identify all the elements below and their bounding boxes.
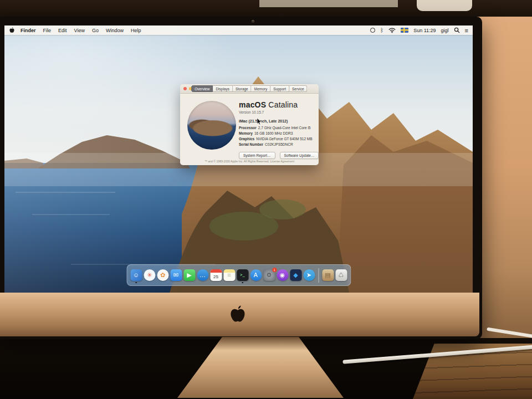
dock-separator (318, 268, 319, 283)
spec-processor: Processor2,7 GHz Quad-Core Intel Core i5 (239, 125, 316, 131)
os-name-bold: macOS (239, 100, 266, 109)
imac-screen: FinderFileEditViewGoWindowHelp ᛒ Sun 11:… (4, 25, 473, 293)
notification-badge: 1 (272, 268, 277, 272)
menu-edit[interactable]: Edit (58, 28, 67, 33)
menu-extra-icon[interactable] (370, 27, 375, 34)
about-this-mac-window: OverviewDisplaysStorageMemorySupportServ… (180, 84, 319, 165)
mouse-cursor (257, 117, 262, 127)
trash-icon[interactable]: ♺ (335, 269, 347, 281)
about-tabs: OverviewDisplaysStorageMemorySupportServ… (191, 85, 307, 92)
menu-help[interactable]: Help (131, 28, 141, 33)
spec-list: Processor2,7 GHz Quad-Core Intel Core i5… (239, 125, 316, 147)
about-overview-panel: macOS Catalina Version 10.15.7 iMac (21.… (180, 94, 319, 165)
system-report-button[interactable]: System Report… (239, 152, 275, 159)
menu-bar-clock[interactable]: Sun 11:29 (413, 28, 436, 33)
menu-go[interactable]: Go (92, 28, 99, 33)
os-name-light: Catalina (268, 100, 298, 109)
tab-displays[interactable]: Displays (213, 85, 233, 92)
spec-memory: Memory16 GB 1600 MHz DDR3 (239, 131, 316, 136)
dock: ☺✳✿✉▶…25≡>_A⚙1◉◆➤▤♺ (126, 264, 351, 286)
podcasts-icon[interactable]: ◉ (277, 269, 288, 281)
finder-icon[interactable]: ☺ (130, 269, 142, 281)
menu-window[interactable]: Window (106, 28, 124, 33)
menu-items: FinderFileEditViewGoWindowHelp (21, 28, 141, 33)
downloads-folder-icon[interactable]: ▤ (322, 269, 334, 281)
apple-logo (228, 303, 247, 325)
photos-icon[interactable]: ✿ (157, 269, 168, 281)
os-title: macOS Catalina (239, 100, 316, 109)
running-indicator (135, 282, 137, 284)
window-titlebar[interactable]: OverviewDisplaysStorageMemorySupportServ… (180, 84, 319, 94)
menu-bar: FinderFileEditViewGoWindowHelp ᛒ Sun 11:… (4, 25, 473, 35)
running-indicator (242, 282, 243, 284)
about-buttons: System Report… Software Update… (239, 152, 316, 159)
safari-icon[interactable]: ✳ (144, 269, 155, 281)
tab-service[interactable]: Service (289, 85, 308, 92)
apple-menu-icon[interactable] (9, 27, 15, 34)
spotlight-search-icon[interactable] (454, 27, 460, 34)
vscode-icon[interactable]: ◆ (290, 269, 301, 281)
tab-memory[interactable]: Memory (252, 85, 270, 92)
photo-scene: FinderFileEditViewGoWindowHelp ᛒ Sun 11:… (0, 0, 532, 399)
catalina-island-image (187, 101, 236, 150)
about-text-block: macOS Catalina Version 10.15.7 iMac (21.… (239, 100, 316, 159)
telegram-icon[interactable]: ➤ (303, 269, 315, 281)
software-update-button[interactable]: Software Update… (280, 152, 319, 159)
system-preferences-icon[interactable]: ⚙1 (263, 269, 275, 281)
menu-view[interactable]: View (74, 28, 85, 33)
menu-bar-status-area: ᛒ Sun 11:29 gigl (370, 27, 468, 34)
mail-icon[interactable]: ✉ (170, 269, 182, 281)
spec-graphics: GraphicsNVIDIA GeForce GT 640M 512 MB (239, 136, 316, 142)
menu-file[interactable]: File (43, 28, 52, 33)
tab-overview[interactable]: Overview (191, 85, 213, 92)
close-button[interactable] (183, 87, 187, 90)
light-glow (417, 0, 472, 11)
ceiling-reflection (259, 0, 398, 7)
spec-serial-number: Serial NumberC02KJPS5DNCR (239, 142, 316, 147)
menu-finder[interactable]: Finder (21, 28, 36, 33)
messages-icon[interactable]: … (197, 269, 208, 281)
terminal-icon[interactable]: >_ (237, 269, 248, 281)
facetime-icon[interactable]: ▶ (183, 269, 195, 281)
mac-model: iMac (21.5-inch, Late 2012) (239, 119, 316, 123)
notification-center-icon[interactable]: ≡ (465, 27, 468, 34)
bluetooth-icon[interactable]: ᛒ (380, 27, 383, 34)
calendar-icon[interactable]: 25 (210, 269, 222, 281)
os-version: Version 10.15.7 (239, 110, 316, 114)
app-store-icon[interactable]: A (250, 269, 262, 281)
swedish-flag-input-icon[interactable] (401, 28, 408, 33)
notes-icon[interactable]: ≡ (223, 269, 235, 281)
imac-computer: FinderFileEditViewGoWindowHelp ᛒ Sun 11:… (0, 17, 482, 339)
facetime-camera-dot (252, 20, 254, 23)
copyright-fine-print: ™ and © 1983-2020 Apple Inc. All Rights … (191, 160, 309, 162)
wifi-icon[interactable] (388, 27, 396, 34)
imac-chin (0, 293, 479, 336)
tab-support[interactable]: Support (270, 85, 289, 92)
menu-bar-user[interactable]: gigl (441, 28, 449, 33)
tab-storage[interactable]: Storage (233, 85, 252, 92)
